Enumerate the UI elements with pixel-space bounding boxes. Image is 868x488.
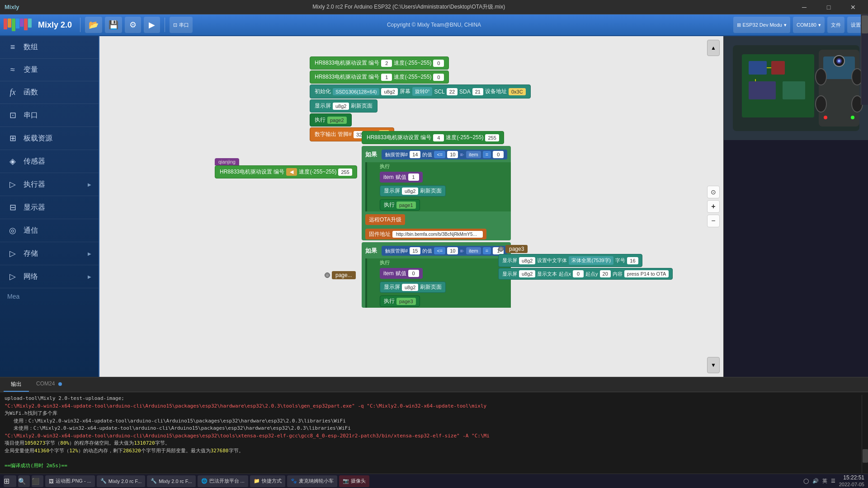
block-group-page3: ○ page3 显示屏 u8g2 设置中文字体 宋体全黑(7539字) 字号 1…: [498, 245, 673, 281]
output-scrollbar-thumb[interactable]: [863, 449, 868, 463]
exec-page2-row: 执行 page2: [310, 113, 531, 127]
output-line-3: 使用：C:\Mixly2.0-win32-x64-update-tool\ard…: [5, 418, 863, 425]
baifa-icon: 🌐: [201, 478, 208, 484]
svg-point-18: [824, 116, 827, 119]
toolbar-separator-2: [165, 18, 165, 32]
robot-image: [724, 36, 868, 140]
tab-output[interactable]: 输出: [4, 378, 29, 392]
start-button[interactable]: ⊞: [4, 475, 16, 487]
toolbar-compile-button[interactable]: ⚙: [125, 17, 141, 33]
toolbar-board-selector[interactable]: ⊞ ESP32 Dev Modu ▾: [733, 17, 790, 33]
output-scrollbar[interactable]: [862, 395, 868, 476]
toolbar-file-button[interactable]: 文件: [827, 17, 844, 33]
toolbar-save-button[interactable]: 💾: [105, 17, 122, 33]
mixly-title: Mixly 2.0: [38, 20, 72, 30]
toolbar-open-button[interactable]: 📂: [85, 17, 102, 33]
svg-point-17: [838, 60, 840, 62]
item-box-1[interactable]: item: [466, 151, 481, 158]
exec-page2-block[interactable]: 执行 page2: [310, 113, 352, 127]
sidebar-item-bianliang[interactable]: ≈ 变量: [0, 59, 99, 81]
motor1-block[interactable]: HR8833电机驱动设置 编号 1 速度(-255~255) 0: [310, 70, 449, 84]
ssd1306-block[interactable]: 初始化 SSD1306(128×64) u8g2 屏幕 旋转0° SCL 22 …: [310, 84, 531, 99]
sidebar-item-xianshiqi[interactable]: ⊟ 显示器: [0, 196, 99, 219]
title-text: Mixly 2.0 rc2 For Arduino ESP32 (C:\User…: [24, 3, 794, 11]
page-bottom-label[interactable]: page...: [332, 271, 356, 279]
svg-rect-3: [749, 61, 767, 75]
chuankou-icon: ⊡: [7, 110, 18, 120]
taskview-button[interactable]: ⬛: [32, 475, 43, 487]
taskbar-mixly2[interactable]: 🔧 Mixly 2.0 rc F...: [147, 475, 195, 487]
zoom-target-button[interactable]: ⊙: [707, 186, 720, 198]
firmware-url-block[interactable]: 固件地址 http://bin.bemfa.com/b/3BcNjRkMmY5M…: [365, 229, 486, 239]
if2-execute: 执行 item 赋值 0 显示屏 u8g2 刷新页面: [365, 258, 511, 308]
sidebar-item-chuanganqi[interactable]: ◈ 传感器: [0, 150, 99, 173]
tab-com24[interactable]: COM24: [29, 378, 69, 392]
motor4-block[interactable]: HR8833电机驱动设置 编号 4 速度(-255~255) 255: [362, 131, 504, 144]
output-content[interactable]: upload-tool\Mixly 2.0-test-upload-image;…: [0, 392, 868, 476]
sidebar-item-chuankou[interactable]: ⊡ 串口: [0, 104, 99, 127]
wangluo-icon: ▷: [7, 272, 18, 282]
display-refresh-block[interactable]: 显示屏 u8g2 刷新页面: [310, 99, 377, 113]
item-box-2[interactable]: item: [466, 247, 481, 254]
sidebar-label-hanshu: 函数: [24, 88, 38, 97]
sidebar-item-cunchu[interactable]: ▷ 存储: [0, 242, 99, 265]
if2-header: 如果 触摸管脚# 15 的值 <= 10 ≡· item = 1: [362, 244, 511, 258]
mixly2-icon: 🔧: [151, 478, 157, 484]
ota-block[interactable]: 远程OTA升级: [365, 214, 405, 225]
canvas-area[interactable]: HR8833电机驱动设置 编号 2 速度(-255~255) 0 HR8833电…: [99, 36, 723, 377]
page3-display1-block[interactable]: 显示屏 u8g2 设置中文字体 宋体全黑(7539字) 字号 16: [498, 254, 642, 267]
block-group-motors-top: HR8833电机驱动设置 编号 2 速度(-255~255) 0 HR8833电…: [310, 56, 531, 142]
page3-display2-block[interactable]: 显示屏 u8g2 显示文本 起点x 0 起点y 20 内容 press P14 …: [498, 268, 673, 280]
toolbar-port-selector[interactable]: COM180 ▾: [793, 17, 825, 33]
scroll-up-button[interactable]: ▲: [707, 40, 720, 56]
sidebar-label-banziyuanzhul: 板载资源: [24, 134, 52, 143]
sidebar-item-hanshu[interactable]: fx 函数: [0, 81, 99, 104]
zoom-controls: ⊙ + −: [707, 186, 720, 227]
motor2-row: HR8833电机驱动设置 编号 2 速度(-255~255) 0: [310, 56, 531, 70]
if1-label: 如果: [365, 150, 377, 159]
hanshu-icon: fx: [7, 88, 18, 97]
taskbar-mixly1[interactable]: 🔧 Mixly 2.0 rc F...: [97, 475, 145, 487]
if1-item-assign: item 赋值 1: [376, 171, 511, 183]
taskbar-maike[interactable]: 🐾 麦克纳姆轮小车: [287, 475, 337, 487]
motor2-block[interactable]: HR8833电机驱动设置 编号 2 速度(-255~255) 0: [310, 56, 449, 70]
sidebar-item-tongxin[interactable]: ◎ 通信: [0, 219, 99, 242]
motor4-row: HR8833电机驱动设置 编号 4 速度(-255~255) 255: [362, 131, 511, 144]
svg-rect-4: [771, 61, 785, 75]
block-group-page-bottom: ○ page...: [325, 271, 356, 279]
toolbar-serial-button[interactable]: ⊡ 串口: [170, 17, 193, 33]
if1-exec-page1: 执行 page1: [376, 198, 511, 211]
sidebar-item-banziyuanzhul[interactable]: ⊞ 板载资源: [0, 127, 99, 150]
right-scrollbar[interactable]: [861, 14, 868, 105]
qianjing-label: qianjing: [215, 158, 239, 165]
output-line-4: 未使用：C:\Mixly2.0-win32-x64-update-tool\ar…: [5, 425, 863, 432]
maike-label: 麦克纳姆轮小车: [299, 478, 334, 484]
maximize-button[interactable]: □: [818, 0, 839, 14]
toolbar-upload-button[interactable]: ▶: [144, 17, 160, 33]
output-line-6: 项目使用1050273字节（80%）的程序存储空间。最大值为1310720字节。: [5, 440, 863, 447]
svg-point-19: [851, 116, 854, 119]
board-dropdown-icon: ▾: [784, 22, 787, 28]
taskbar-kuaijie[interactable]: 📁 快捷方式: [250, 475, 285, 487]
taskbar-baifa[interactable]: 🌐 巴法开放平台 ...: [198, 475, 248, 487]
scroll-down-button[interactable]: ▼: [707, 357, 720, 373]
sidebar-item-shuzizu[interactable]: ≡ 数组: [0, 36, 99, 59]
minimize-button[interactable]: ─: [794, 0, 815, 14]
sidebar-label-chuankou: 串口: [24, 111, 38, 120]
taskbar-yundontu[interactable]: 🖼 运动图.PNG - ...: [45, 475, 95, 487]
sidebar-item-wangluo[interactable]: ▷ 网络: [0, 265, 99, 288]
sidebar-label-cunchu: 存储: [24, 249, 38, 258]
display-refresh-row: 显示屏 u8g2 刷新页面: [310, 99, 531, 113]
sidebar-item-zhixingqi[interactable]: ▷ 执行器: [0, 173, 99, 196]
close-button[interactable]: ✕: [843, 0, 863, 14]
zoom-out-button[interactable]: −: [707, 215, 720, 227]
banziyuanzhul-icon: ⊞: [7, 133, 18, 143]
zoom-in-button[interactable]: +: [707, 200, 720, 213]
page3-label[interactable]: page3: [505, 245, 528, 253]
qianjing-motor-block[interactable]: HR8833电机驱动设置 编号 ◀ 速度(-255~255) 255: [215, 165, 357, 178]
taskbar-shexiangtou[interactable]: 📷 摄像头: [339, 475, 369, 487]
search-button[interactable]: 🔍: [18, 475, 30, 487]
clock: 15:22:51 2022-07-05: [839, 474, 864, 488]
scrollbar-thumb[interactable]: [862, 15, 868, 33]
sidebar-label-shuzizu: 数组: [24, 42, 38, 52]
